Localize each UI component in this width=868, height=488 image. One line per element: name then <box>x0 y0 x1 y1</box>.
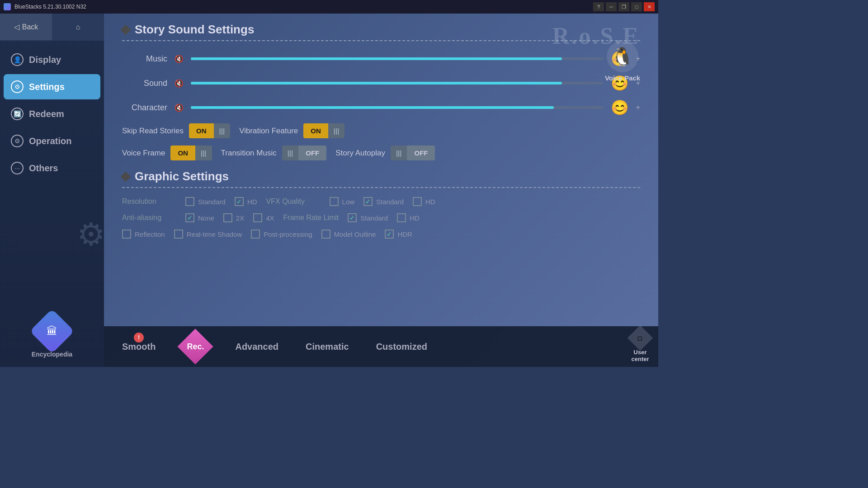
hdr-cb[interactable]: ✓ <box>385 230 394 239</box>
reflection-label: Reflection <box>135 230 165 238</box>
antialiasing-row: Anti-aliasing ✓ None 2X 4X Frame Rate Li… <box>122 213 640 222</box>
user-center-button[interactable]: ◇ Usercenter <box>631 329 649 362</box>
sidebar-item-operation[interactable]: ⚙ Operation <box>4 128 100 154</box>
character-slider-track[interactable] <box>191 106 604 109</box>
resolution-hd-label: HD <box>247 198 257 206</box>
post-processing-cb[interactable] <box>251 230 260 239</box>
graphic-header: Graphic Settings <box>122 169 640 183</box>
sound-label: Sound <box>122 79 167 88</box>
graphic-divider <box>122 187 640 188</box>
vfx-standard-cb[interactable]: ✓ <box>363 197 373 206</box>
operation-icon: ⚙ <box>11 135 24 147</box>
aa-none-cb[interactable]: ✓ <box>185 213 194 222</box>
aa-2x-label: 2X <box>236 214 244 222</box>
skip-read-toggle[interactable]: ON ||| <box>189 123 230 138</box>
tab-cinematic[interactable]: Cinematic <box>306 342 349 352</box>
resolution-standard-cb[interactable] <box>185 197 194 206</box>
redeem-icon: 🔄 <box>11 108 24 120</box>
character-emoji: 😊 <box>611 99 629 116</box>
sound-slider-row: Sound 🔇 😊 + <box>122 75 640 92</box>
main-container: ◁ Back ⌂ 👤 Display ⚙ Settings 🔄 Redeem ⚙ <box>0 14 658 367</box>
tab-advanced[interactable]: Advanced <box>235 342 278 352</box>
home-icon: ⌂ <box>76 23 80 31</box>
reflection-group: Reflection <box>122 230 165 239</box>
sound-slider-fill <box>191 82 562 84</box>
close-button[interactable]: ✕ <box>644 2 655 11</box>
vibration-toggle[interactable]: ON ||| <box>303 123 344 138</box>
vfx-low-cb[interactable] <box>330 197 339 206</box>
sidebar-items: 👤 Display ⚙ Settings 🔄 Redeem ⚙ Operatio… <box>0 41 104 306</box>
nav-bar: ◁ Back ⌂ <box>0 14 104 41</box>
music-slider-track[interactable] <box>191 57 604 60</box>
diamond-icon <box>121 24 131 35</box>
back-button[interactable]: ◁ Back <box>0 14 52 40</box>
smooth-notification: ! <box>134 333 144 343</box>
maximize-button[interactable]: □ <box>631 2 642 11</box>
resolution-label: Resolution <box>122 197 176 206</box>
sound-slider-track[interactable] <box>191 82 604 84</box>
tab-customized[interactable]: Customized <box>376 342 427 352</box>
graphic-title: Graphic Settings <box>135 169 229 183</box>
vfx-hd-label: HD <box>425 198 435 206</box>
story-sound-title: Story Sound Settings <box>135 23 254 37</box>
voice-frame-label: Voice Frame <box>122 149 165 158</box>
encyclopedia-label: Encyclopedia <box>32 351 72 358</box>
aa-2x-group: 2X <box>223 213 244 222</box>
help-button[interactable]: ? <box>593 2 604 11</box>
transition-off: OFF <box>298 145 326 160</box>
fr-hd-cb[interactable] <box>397 213 406 222</box>
transition-toggle[interactable]: ||| OFF <box>282 145 327 160</box>
vfx-hd-group: HD <box>413 197 435 206</box>
minimize-button[interactable]: ─ <box>606 2 617 11</box>
sidebar-item-others[interactable]: ··· Others <box>4 155 100 181</box>
vfx-standard-label: Standard <box>376 198 404 206</box>
tab-rec-diamond: Rec. <box>183 334 208 359</box>
transition-lines: ||| <box>282 145 299 160</box>
restore-button[interactable]: ❐ <box>618 2 629 11</box>
vfx-hd-cb[interactable] <box>413 197 422 206</box>
autoplay-toggle[interactable]: ||| OFF <box>391 145 435 160</box>
redeem-label: Redeem <box>29 109 64 119</box>
tab-smooth[interactable]: ! Smooth <box>122 342 156 352</box>
vfx-low-label: Low <box>342 198 355 206</box>
voice-pack-button[interactable]: 🐧 Voice Pack <box>605 41 640 82</box>
sound-vol-min-icon: 🔇 <box>175 79 184 88</box>
vibration-toggle-group: Vibration Feature ON ||| <box>239 123 344 138</box>
others-label: Others <box>29 163 58 174</box>
character-label: Character <box>122 103 167 113</box>
sidebar-item-display[interactable]: 👤 Display <box>4 47 100 72</box>
vfx-low-group: Low <box>330 197 355 206</box>
autoplay-off: OFF <box>407 145 435 160</box>
model-outline-cb[interactable] <box>321 230 330 239</box>
fr-hd-label: HD <box>410 214 420 222</box>
home-button[interactable]: ⌂ <box>52 14 104 40</box>
resolution-hd-cb[interactable]: ✓ <box>235 197 244 206</box>
reflection-cb[interactable] <box>122 230 131 239</box>
aa-4x-cb[interactable] <box>253 213 262 222</box>
smooth-notif-badge: ! <box>134 333 144 343</box>
gear-decoration: ⚙ <box>77 216 113 252</box>
others-icon: ··· <box>11 162 24 174</box>
sidebar-item-redeem[interactable]: 🔄 Redeem <box>4 101 100 127</box>
music-label: Music <box>122 54 167 64</box>
sidebar-item-settings[interactable]: ⚙ Settings <box>4 74 100 99</box>
encyclopedia-button[interactable]: 🏛 Encyclopedia <box>0 306 104 367</box>
voice-frame-toggle[interactable]: ON ||| <box>170 145 212 160</box>
transition-label: Transition Music <box>221 149 277 158</box>
model-outline-group: Model Outline <box>321 230 376 239</box>
post-processing-group: Post-processing <box>251 230 312 239</box>
resolution-standard-label: Standard <box>198 198 226 206</box>
resolution-standard-group: Standard <box>185 197 226 206</box>
settings-label: Settings <box>29 82 65 92</box>
aa-2x-cb[interactable] <box>223 213 232 222</box>
antialiasing-label: Anti-aliasing <box>122 214 176 222</box>
autoplay-toggle-group: Story Autoplay ||| OFF <box>335 145 435 160</box>
post-processing-label: Post-processing <box>264 230 312 238</box>
rt-shadow-cb[interactable] <box>174 230 183 239</box>
fr-hd-group: HD <box>397 213 420 222</box>
tab-rec[interactable]: Rec. <box>183 334 208 359</box>
voice-frame-off: ||| <box>195 145 212 160</box>
fr-standard-cb[interactable]: ✓ <box>348 213 357 222</box>
graphic-section: Graphic Settings Resolution Standard ✓ H… <box>122 169 640 239</box>
model-outline-label: Model Outline <box>334 230 376 238</box>
